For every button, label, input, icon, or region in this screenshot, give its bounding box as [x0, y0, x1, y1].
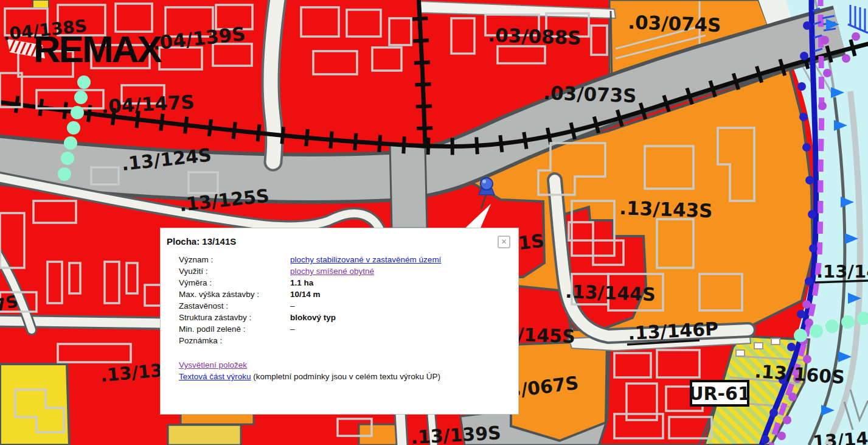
attribute-rows: Význam : plochy stabilizované v zastavěn…: [179, 255, 441, 348]
watermark-remax: REMAX: [33, 28, 162, 70]
row-struktura: Struktura zástavby : blokový typ: [179, 313, 441, 324]
popup-title: Plocha: 13/141S: [167, 236, 236, 247]
field-label: Význam :: [179, 255, 290, 264]
vysvetleni-polozek-link[interactable]: Vysvětlení položek: [179, 360, 247, 370]
close-icon: ✕: [501, 237, 507, 246]
row-vyznam: Význam : plochy stabilizované v zastavěn…: [179, 255, 441, 267]
zone-label: .03/073S: [543, 82, 637, 107]
field-value: –: [290, 324, 295, 334]
field-label: Struktura zástavby :: [179, 313, 290, 322]
row-poznamka: Poznámka :: [179, 336, 441, 348]
field-value: blokový typ: [290, 313, 336, 322]
field-value: 1.1 ha: [290, 278, 313, 287]
textova-cast-vyroku-link[interactable]: Textová část výroku: [179, 372, 251, 381]
zone-yellow-tl: [33, 0, 49, 8]
field-label: Max. výška zástavby :: [179, 290, 290, 299]
field-value: 10/14 m: [290, 290, 321, 299]
field-value: –: [290, 301, 295, 310]
popup-links: Vysvětlení položek Textová část výroku (…: [179, 359, 440, 382]
row-max-vyska: Max. výška zástavby : 10/14 m: [179, 290, 441, 301]
zone-yellow-bc[interactable]: [168, 425, 241, 445]
zone-label: .13/14: [816, 261, 868, 282]
junction-road: [390, 143, 427, 228]
zone-border-088-074: [611, 11, 612, 81]
map-viewer: .04/138S .04/139S .03/088S .03/074S .03/…: [0, 0, 868, 445]
textova-cast-suffix: (kompletní podmínky jsou v celém textu v…: [251, 372, 440, 381]
vyuziti-link[interactable]: plochy smíšené obytné: [290, 267, 374, 276]
field-label: Využití :: [179, 267, 290, 276]
zone-label: .03/074S: [628, 11, 721, 36]
field-label: Min. podíl zeleně :: [179, 324, 290, 334]
row-vymera: Výměra : 1.1 ha: [179, 278, 441, 290]
row-vyuziti: Využití : plochy smíšené obytné: [179, 267, 441, 278]
vyznam-link[interactable]: plochy stabilizované v zastavěném území: [290, 255, 441, 264]
plocha-info-popup: Plocha: 13/141S ✕ Význam : plochy stabil…: [160, 228, 519, 415]
zone-label: .13/139S: [411, 422, 502, 445]
close-button[interactable]: ✕: [498, 236, 510, 248]
field-label: Zastavěnost :: [179, 301, 290, 310]
zone-label: .03/088S: [488, 24, 582, 49]
zone-label: .13/143S: [619, 197, 713, 222]
row-zastavenost: Zastavěnost : –: [179, 301, 441, 313]
ur-61-badge: UR-61: [689, 381, 751, 405]
field-label: Poznámka :: [179, 336, 290, 345]
field-label: Výměra :: [179, 278, 290, 287]
row-min-podil: Min. podíl zeleně : –: [179, 324, 441, 336]
zone-label: UR-61: [689, 383, 751, 404]
zone-label: .13/144S: [565, 281, 656, 305]
